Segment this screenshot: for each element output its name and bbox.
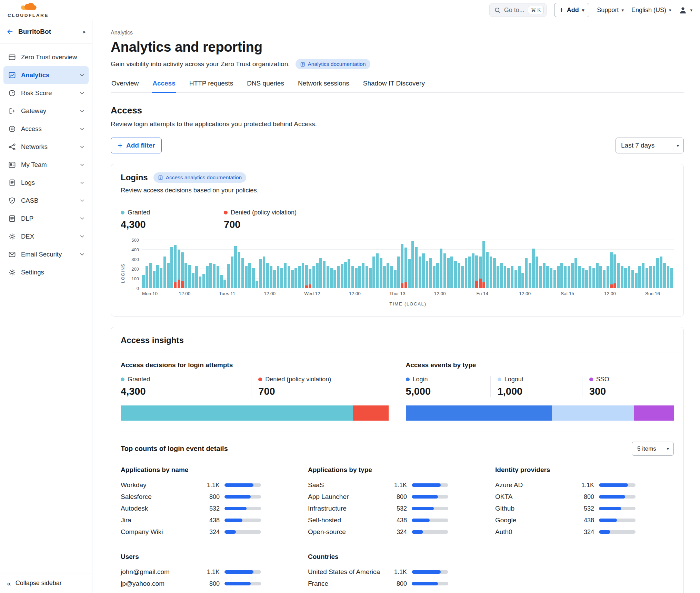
count-row: Open-source324 [308, 526, 448, 538]
chevron-down-icon [79, 198, 85, 204]
count-bar-track [412, 530, 448, 534]
user-icon [679, 6, 687, 14]
sidebar-item-my-team[interactable]: My Team [3, 156, 89, 174]
count-bar-track [224, 530, 261, 534]
support-menu[interactable]: Support ▾ [597, 7, 624, 14]
list-countries: Countries United States of America1.1KFr… [308, 553, 448, 593]
chevron-down-icon [79, 162, 85, 168]
denied-legend: Denied (policy violation) 700 [251, 376, 389, 397]
count-row: Autodesk532 [121, 503, 261, 514]
global-search[interactable]: Go to... ⌘ K [489, 3, 547, 17]
chevron-down-icon: ▾ [669, 8, 671, 13]
sidebar-item-label: Zero Trust overview [21, 53, 77, 61]
count-row: France800 [308, 578, 448, 590]
chevron-right-icon[interactable]: ▸ [83, 29, 86, 35]
count-row: john@gmail.com1.1K [121, 566, 261, 578]
account-menu[interactable]: ▾ [679, 6, 692, 14]
sidebar-item-gateway[interactable]: Gateway [3, 102, 89, 120]
sidebar-item-analytics[interactable]: Analytics [3, 66, 89, 84]
access-insights-card: Access insights Access decisions for log… [111, 327, 684, 593]
sidebar-item-label: CASB [21, 197, 38, 204]
count-bar-fill [224, 519, 242, 522]
myteam-icon [8, 161, 16, 169]
count-bar-fill [599, 495, 625, 499]
items-count-select[interactable]: 5 items ▾ [632, 442, 674, 456]
top-counts-title: Top counts of login event details [121, 445, 228, 453]
count-bar-fill [599, 483, 628, 487]
sidebar-item-networks[interactable]: Networks [3, 138, 89, 156]
count-bar-fill [412, 519, 430, 522]
count-bar-track [224, 495, 261, 499]
tab-http-requests[interactable]: HTTP requests [189, 79, 234, 92]
sidebar-item-settings[interactable]: Settings [3, 263, 89, 281]
y-tick-label: 200 [131, 267, 139, 272]
count-bar-track [599, 495, 636, 499]
back-arrow-icon[interactable] [6, 28, 14, 36]
count-bar-track [224, 507, 261, 510]
chevron-down-icon: ▾ [667, 446, 669, 451]
add-filter-button[interactable]: + Add filter [111, 138, 162, 153]
x-axis-title: TIME (LOCAL) [142, 301, 674, 306]
granted-dot [121, 378, 124, 381]
time-range-select[interactable]: Last 7 days ▾ [616, 138, 684, 153]
tab-overview[interactable]: Overview [111, 79, 139, 92]
list-applications-by-type: Applications by type SaaS1.1KApp Launche… [308, 466, 448, 538]
access-analytics-documentation-badge[interactable]: Access analytics documentation [153, 172, 247, 183]
y-tick-label: 0 [137, 286, 139, 291]
tab-network-sessions[interactable]: Network sessions [297, 79, 350, 92]
sidebar-item-label: Risk Score [21, 89, 52, 97]
language-menu[interactable]: English (US) ▾ [631, 7, 671, 14]
sidebar-item-casb[interactable]: CASB [3, 192, 89, 210]
tab-access[interactable]: Access [152, 79, 176, 92]
y-axis-title: LOGINS [121, 263, 126, 283]
tab-shadow-it-discovery[interactable]: Shadow IT Discovery [362, 79, 426, 92]
sidebar-item-dlp[interactable]: DLP [3, 210, 89, 228]
x-tick-label: Mon 10 [142, 291, 158, 296]
chevron-down-icon [79, 72, 85, 78]
chevron-down-icon: ▾ [582, 8, 584, 13]
sso-legend: SSO 300 [582, 376, 674, 397]
segment-denied-policy-violation- [353, 405, 389, 421]
logins-card-subtitle: Review access decisions based on your po… [121, 187, 674, 194]
sidebar-item-zero-trust-overview[interactable]: Zero Trust overview [3, 48, 89, 66]
segment-sso [634, 405, 674, 421]
collapse-sidebar-button[interactable]: « Collapse sidebar [0, 573, 92, 593]
team-header: BurritoBot ▸ [0, 20, 92, 43]
granted-value: 4,300 [121, 219, 216, 230]
double-chevron-left-icon: « [7, 579, 11, 587]
sidebar-item-label: DLP [21, 215, 33, 222]
logins-chart: LOGINS 0100200300400500 Mon 1012:00Tues … [121, 240, 674, 306]
count-row: Azure AD1.1K [495, 479, 636, 491]
sidebar-item-logs[interactable]: Logs [3, 174, 89, 192]
chevron-down-icon [79, 215, 85, 222]
sidebar-item-dex[interactable]: DEX [3, 228, 89, 245]
count-bar-fill [412, 570, 441, 574]
insights-title: Access insights [121, 335, 674, 345]
chevron-down-icon: ▾ [677, 143, 679, 148]
email-icon [8, 250, 16, 259]
count-row: United States of America1.1K [308, 566, 448, 578]
dex-icon [8, 232, 16, 241]
count-row: fd@gmail.com532 [121, 590, 261, 593]
tab-dns-queries[interactable]: DNS queries [246, 79, 285, 92]
count-bar-fill [599, 530, 610, 534]
count-row: Google438 [495, 514, 636, 526]
count-row: Workday1.1K [121, 479, 261, 491]
list-users: Users john@gmail.com1.1Kjp@yahoo.com800f… [121, 553, 261, 593]
count-bar-fill [224, 495, 251, 499]
x-tick-label: 12:00 [434, 291, 446, 296]
sidebar-item-email-security[interactable]: Email Security [3, 245, 89, 263]
sidebar-item-risk-score[interactable]: Risk Score [3, 84, 89, 102]
analytics-documentation-badge[interactable]: Analytics documentation [296, 59, 370, 69]
count-bar-fill [599, 507, 621, 510]
login-legend: Login 5,000 [406, 376, 490, 397]
access-decisions-block: Access decisions for login attempts Gran… [121, 361, 389, 421]
brand-text: CLOUDFLARE [8, 13, 49, 18]
cloudflare-logo[interactable]: CLOUDFLARE [8, 2, 49, 18]
x-tick-label: 12:00 [264, 291, 276, 296]
add-button[interactable]: + Add ▾ [554, 3, 589, 17]
decisions-stacked-bar [121, 405, 389, 421]
top-counts-section: Top counts of login event details 5 item… [121, 432, 674, 593]
sidebar-item-access[interactable]: Access [3, 120, 89, 138]
y-tick-label: 500 [131, 238, 139, 243]
